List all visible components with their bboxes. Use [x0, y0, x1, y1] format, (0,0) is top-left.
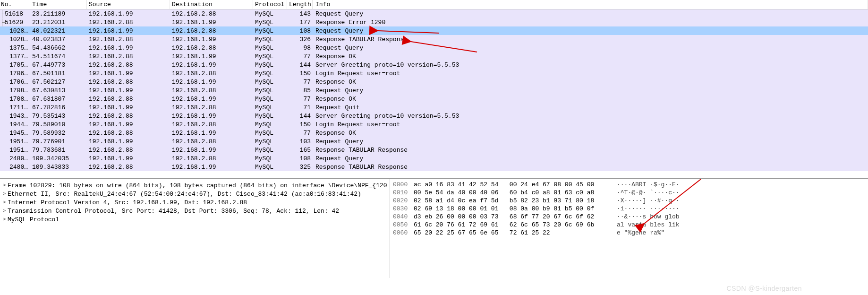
- hex-offset: 0000: [393, 181, 414, 189]
- details-tree-item[interactable]: >Ethernet II, Src: RealtekU_24:e4:67 (52…: [1, 190, 389, 198]
- packet-bytes-pane[interactable]: 0000ac a0 16 83 41 42 52 54 00 24 e4 67 …: [390, 179, 868, 278]
- packet-row[interactable]: 1945…79.589932192.168.2.88192.168.1.99My…: [0, 129, 868, 137]
- cell-time: 67.631807: [30, 95, 87, 103]
- cell-protocol: MySQL: [253, 35, 287, 43]
- cell-info: Response OK: [313, 129, 868, 137]
- col-header-info[interactable]: Info: [313, 0, 868, 9]
- cell-source: 192.168.2.88: [87, 163, 170, 171]
- cell-length: 98: [287, 44, 313, 52]
- cell-no: 1943…: [0, 112, 30, 120]
- details-tree-label: Transmission Control Protocol, Src Port:…: [8, 208, 339, 215]
- cell-destination: 192.168.2.88: [170, 27, 253, 35]
- cell-time: 79.783681: [30, 146, 87, 154]
- cell-no: 1708…: [0, 95, 30, 103]
- packet-row[interactable]: 1951…79.776901192.168.1.99192.168.2.88My…: [0, 137, 868, 146]
- hex-row[interactable]: 005061 6c 20 76 61 72 69 61 62 6c 65 73 …: [393, 221, 865, 229]
- cell-destination: 192.168.1.99: [170, 129, 253, 137]
- col-header-no[interactable]: No.: [0, 0, 30, 9]
- hex-bytes: ac a0 16 83 41 42 52 54 00 24 e4 67 08 0…: [414, 181, 617, 189]
- cell-info: Login Request user=root: [313, 121, 868, 129]
- cell-source: 192.168.1.99: [87, 87, 170, 95]
- cell-length: 177: [287, 18, 313, 26]
- cell-destination: 192.168.2.88: [170, 138, 253, 146]
- hex-ascii: ·i······ ········: [617, 205, 680, 213]
- hex-row[interactable]: 001000 5e 54 da 40 00 40 06 60 b4 c0 a8 …: [393, 189, 865, 197]
- expand-icon[interactable]: >: [1, 217, 8, 222]
- cell-info: Response Error 1290: [313, 18, 868, 26]
- hex-row[interactable]: 0000ac a0 16 83 41 42 52 54 00 24 e4 67 …: [393, 181, 865, 189]
- expand-icon[interactable]: >: [1, 182, 8, 188]
- hex-offset: 0040: [393, 213, 414, 221]
- packet-row[interactable]: 1706…67.501181192.168.1.99192.168.2.88My…: [0, 69, 868, 78]
- cell-length: 150: [287, 69, 313, 78]
- details-tree-item[interactable]: >MySQL Protocol: [1, 215, 389, 224]
- cell-time: 40.022321: [30, 27, 87, 35]
- col-header-protocol[interactable]: Protocol: [253, 0, 287, 9]
- cell-no: 1028…: [0, 35, 30, 43]
- packet-row[interactable]: 1706…67.502127192.168.2.88192.168.1.99My…: [0, 78, 868, 86]
- cell-source: 192.168.2.88: [87, 78, 170, 86]
- cell-length: 325: [287, 163, 313, 171]
- cell-source: 192.168.2.88: [87, 146, 170, 154]
- cell-no: 1705…: [0, 61, 30, 69]
- expand-icon[interactable]: >: [1, 191, 8, 197]
- cell-protocol: MySQL: [253, 44, 287, 52]
- cell-info: Login Request user=root: [313, 69, 868, 78]
- packet-row[interactable]: 1711…67.782816192.168.1.99192.168.2.88My…: [0, 103, 868, 112]
- packet-row[interactable]: 2480…109.342035192.168.1.99192.168.2.88M…: [0, 154, 868, 163]
- expand-icon[interactable]: >: [1, 200, 8, 205]
- col-header-length[interactable]: Length: [287, 0, 313, 9]
- packet-row[interactable]: 1943…79.535143192.168.2.88192.168.1.99My…: [0, 112, 868, 120]
- cell-source: 192.168.2.88: [87, 35, 170, 43]
- packet-row[interactable]: 1028…40.022321192.168.1.99192.168.2.88My…: [0, 26, 868, 35]
- expand-icon[interactable]: >: [1, 208, 8, 214]
- cell-no: 1711…: [0, 104, 30, 112]
- hex-row[interactable]: 006065 20 22 25 67 65 6e 65 72 61 25 22e…: [393, 229, 865, 237]
- cell-length: 85: [287, 87, 313, 95]
- cell-no: 2480…: [0, 163, 30, 171]
- packet-row[interactable]: 1375…54.436662192.168.1.99192.168.2.88My…: [0, 43, 868, 52]
- hex-row[interactable]: 002002 58 a1 d4 0c ea f7 5d b5 82 23 b1 …: [393, 197, 865, 205]
- packet-row[interactable]: 5161823.211189192.168.1.99192.168.2.88My…: [0, 9, 868, 18]
- details-tree-item[interactable]: >Internet Protocol Version 4, Src: 192.1…: [1, 198, 389, 207]
- cell-length: 77: [287, 95, 313, 103]
- packet-row[interactable]: 1951…79.783681192.168.2.88192.168.1.99My…: [0, 146, 868, 154]
- cell-time: 67.449773: [30, 61, 87, 69]
- cell-no: 1028…: [0, 27, 30, 35]
- cell-destination: 192.168.2.88: [170, 44, 253, 52]
- cell-no: 1945…: [0, 129, 30, 137]
- hex-ascii: ·^T·@·@· `····c··: [617, 189, 680, 197]
- packet-row[interactable]: 5162023.212031192.168.2.88192.168.1.99My…: [0, 18, 868, 26]
- packet-row[interactable]: 1028…40.023837192.168.2.88192.168.1.99My…: [0, 35, 868, 43]
- cell-protocol: MySQL: [253, 10, 287, 18]
- col-header-dest[interactable]: Destination: [170, 0, 253, 9]
- packet-row[interactable]: 1708…67.630813192.168.1.99192.168.2.88My…: [0, 86, 868, 95]
- cell-destination: 192.168.2.88: [170, 69, 253, 78]
- packet-row[interactable]: 1705…67.449773192.168.2.88192.168.1.99My…: [0, 61, 868, 69]
- hex-bytes: 61 6c 20 76 61 72 69 61 62 6c 65 73 20 6…: [414, 221, 617, 229]
- col-header-source[interactable]: Source: [87, 0, 170, 9]
- hex-row[interactable]: 003002 69 13 18 00 00 01 01 08 0a 00 b9 …: [393, 205, 865, 213]
- packet-rows: 5161823.211189192.168.1.99192.168.2.88My…: [0, 9, 868, 171]
- col-header-time[interactable]: Time: [30, 0, 87, 9]
- cell-destination: 192.168.1.99: [170, 95, 253, 103]
- cell-destination: 192.168.2.88: [170, 121, 253, 129]
- hex-ascii: ····ABRT ·$·g··E·: [617, 181, 680, 189]
- cell-source: 192.168.1.99: [87, 10, 170, 18]
- packet-list-pane[interactable]: No. Time Source Destination Protocol Len…: [0, 0, 868, 179]
- details-tree-item[interactable]: >Transmission Control Protocol, Src Port…: [1, 207, 389, 215]
- packet-row[interactable]: 2480…109.343833192.168.2.88192.168.1.99M…: [0, 163, 868, 171]
- cell-destination: 192.168.1.99: [170, 112, 253, 120]
- cell-info: Request Query: [313, 87, 868, 95]
- packet-row[interactable]: 1708…67.631807192.168.2.88192.168.1.99My…: [0, 95, 868, 103]
- packet-row[interactable]: 1377…54.511674192.168.2.88192.168.1.99My…: [0, 52, 868, 61]
- packet-row[interactable]: 1944…79.589010192.168.1.99192.168.2.88My…: [0, 120, 868, 129]
- details-tree-label: Internet Protocol Version 4, Src: 192.16…: [8, 199, 247, 206]
- cell-protocol: MySQL: [253, 87, 287, 95]
- cell-info: Response OK: [313, 78, 868, 86]
- details-tree-item[interactable]: >Frame 102829: 108 bytes on wire (864 bi…: [1, 181, 389, 190]
- hex-row[interactable]: 0040d3 eb 26 00 00 00 03 73 68 6f 77 20 …: [393, 213, 865, 221]
- packet-details-pane[interactable]: >Frame 102829: 108 bytes on wire (864 bi…: [0, 179, 390, 278]
- cell-protocol: MySQL: [253, 78, 287, 86]
- cell-no: 51620: [0, 18, 30, 26]
